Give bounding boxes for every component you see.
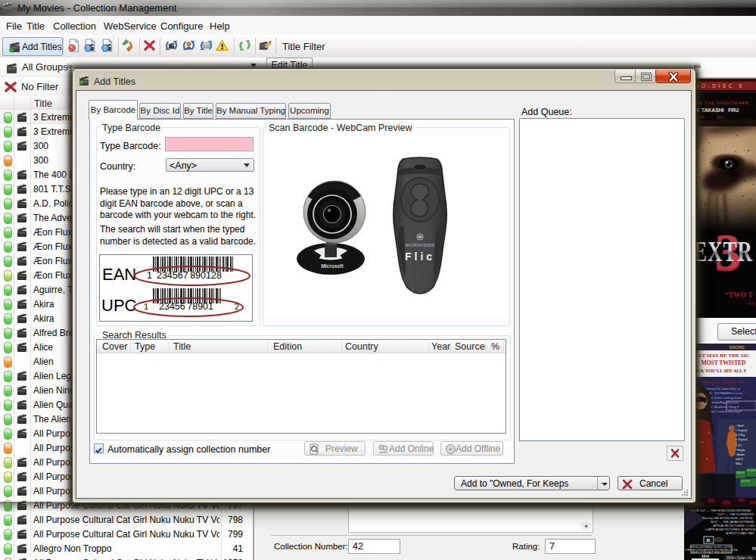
svg-text:5.1 Dig: 5.1 Dig — [736, 434, 745, 437]
svg-text:Flic: Flic — [405, 250, 435, 263]
svg-text:IMAGES OF SEXUALITY AND LANGUA: IMAGES OF SEXUALITY AND LANGUAGE — [691, 551, 733, 554]
svg-text:– EM: – EM — [744, 301, 754, 306]
svg-text:• Original: • Original — [736, 438, 748, 441]
svg-text:16×9: 16×9 — [702, 555, 710, 558]
svg-text:Mika: Mika — [736, 462, 742, 465]
svg-text:2004 • Color • Fe: 2004 • Color • Fe — [726, 556, 753, 560]
svg-text:SXCRO: SXCRO — [730, 345, 745, 350]
svg-text:A FRUIT CHAN, PAR: A FRUIT CHAN, PAR — [726, 531, 754, 535]
svg-text:UPC: UPC — [101, 296, 137, 315]
svg-text:Microsoft: Microsoft — [321, 263, 344, 269]
svg-text:DO: DO — [752, 546, 756, 551]
svg-text:MICROVISION: MICROVISION — [405, 243, 434, 247]
svg-text:1 234567 890128: 1 234567 890128 — [147, 270, 222, 281]
svg-text:with K: with K — [736, 458, 744, 461]
svg-text:23456 78901: 23456 78901 — [159, 301, 213, 312]
svg-text:EXTR: EXTR — [693, 236, 753, 267]
svg-text:“TWO T: “TWO T — [725, 291, 753, 299]
svg-text:EAN: EAN — [102, 265, 136, 284]
svg-text:• 2.0: • 2.0 — [736, 444, 742, 447]
svg-text:Exploring the outer limits of: Exploring the outer limits of — [702, 387, 741, 390]
svg-text:LICK YOU’LL SEE ALL Y: LICK YOU’LL SEE ALL Y — [692, 369, 747, 373]
svg-text:• Original: • Original — [736, 429, 748, 432]
svg-text:• 16x9: • 16x9 — [736, 425, 744, 428]
svg-text:• Englis: • Englis — [736, 449, 745, 452]
svg-text:1: 1 — [144, 302, 148, 311]
svg-text:• Audio: • Audio — [736, 453, 745, 456]
svg-text:MOST TWISTED: MOST TWISTED — [702, 359, 746, 366]
svg-text:THREE TALES OF: THREE TALES OF — [702, 379, 745, 384]
